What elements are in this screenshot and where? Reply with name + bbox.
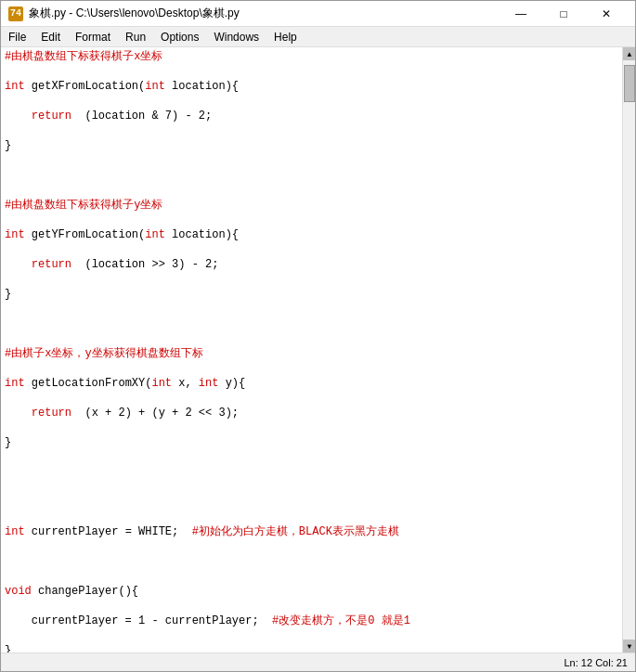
menu-bar: File Edit Format Run Options Windows Hel…: [1, 27, 635, 47]
minimize-button[interactable]: —: [500, 1, 542, 27]
maximize-button[interactable]: □: [542, 1, 585, 27]
code-editor[interactable]: #由棋盘数组下标获得棋子x坐标 int getXFromLocation(int…: [1, 47, 622, 653]
cursor-position: Ln: 12 Col: 21: [565, 657, 629, 668]
menu-help[interactable]: Help: [266, 27, 305, 46]
main-window: 74 象棋.py - C:\Users\lenovo\Desktop\象棋.py…: [0, 0, 636, 672]
menu-run[interactable]: Run: [118, 27, 153, 46]
vertical-scrollbar[interactable]: ▲ ▼: [622, 47, 635, 653]
status-bar: Ln: 12 Col: 21: [1, 653, 635, 671]
scroll-thumb[interactable]: [624, 65, 635, 102]
close-button[interactable]: ✕: [585, 1, 628, 27]
menu-file[interactable]: File: [1, 27, 33, 46]
menu-windows[interactable]: Windows: [206, 27, 266, 46]
menu-options[interactable]: Options: [153, 27, 206, 46]
menu-edit[interactable]: Edit: [33, 27, 68, 46]
scroll-track[interactable]: [623, 60, 635, 640]
scroll-up-button[interactable]: ▲: [623, 47, 635, 60]
scroll-down-button[interactable]: ▼: [623, 640, 635, 653]
title-buttons: — □ ✕: [500, 1, 628, 27]
app-icon: 74: [8, 6, 23, 21]
editor-area: #由棋盘数组下标获得棋子x坐标 int getXFromLocation(int…: [1, 47, 635, 653]
title-bar: 74 象棋.py - C:\Users\lenovo\Desktop\象棋.py…: [1, 1, 635, 27]
menu-format[interactable]: Format: [68, 27, 118, 46]
window-title: 象棋.py - C:\Users\lenovo\Desktop\象棋.py: [29, 6, 500, 21]
